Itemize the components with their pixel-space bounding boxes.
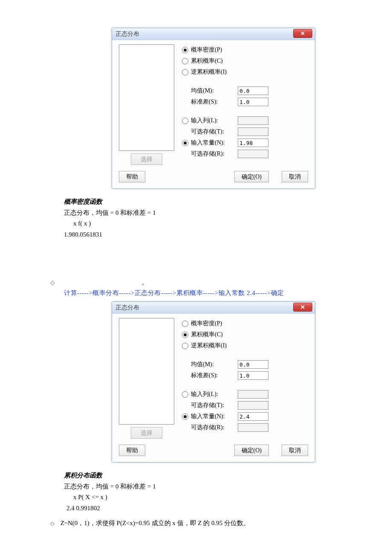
select-button: 选择 — [131, 427, 162, 439]
input-const-row[interactable]: 输入常量(N): — [182, 411, 308, 422]
std-row: 标准差(S): — [182, 370, 308, 381]
std-label: 标准差(S): — [191, 372, 238, 379]
radio-prob-density-row[interactable]: 概率密度(P) — [182, 318, 308, 329]
radio-input-col[interactable] — [182, 118, 188, 124]
close-icon: ✕ — [300, 304, 305, 310]
store-r-label: 可选存储(R): — [191, 150, 238, 158]
help-button[interactable]: 帮助 — [119, 445, 145, 456]
dialog-body: 选择 概率密度(P) 累积概率(C) 逆累积概率(I) 均值(M): — [112, 314, 315, 441]
normal-distribution-dialog-2: 正态分布 ✕ 选择 概率密度(P) 累积概率(C) 逆累积概率(I) — [112, 301, 315, 462]
radio-inverse[interactable] — [182, 343, 188, 349]
store-r-label: 可选存储(R): — [191, 424, 238, 431]
cancel-button[interactable]: 取消 — [282, 171, 308, 182]
right-column: 概率密度(P) 累积概率(C) 逆累积概率(I) 均值(M): 标准差(S): — [174, 318, 308, 439]
dialog-footer: 帮助 确定(O) 取消 — [112, 168, 315, 188]
input-col-input — [238, 390, 268, 399]
radio-cumulative-row[interactable]: 累积概率(C) — [182, 329, 308, 340]
mean-input[interactable] — [238, 87, 268, 95]
store-r-row: 可选存储(R): — [182, 148, 308, 159]
bullet-row: ◇ 。 — [50, 278, 392, 286]
titlebar[interactable]: 正态分布 ✕ — [112, 302, 315, 314]
input-const-input[interactable] — [238, 139, 268, 147]
dialog-body: 选择 概率密度(P) 累积概率(C) 逆累积概率(I) 均值(M): — [112, 40, 315, 168]
period: 。 — [141, 278, 148, 286]
radio-prob-density-label: 概率密度(P) — [191, 46, 222, 54]
left-column: 选择 — [119, 318, 174, 439]
diamond-icon: ◇ — [50, 279, 55, 286]
input-col-label: 输入列(L): — [191, 117, 238, 124]
left-column: 选择 — [119, 44, 174, 165]
output2-row: 2.4 0.991802 — [66, 503, 392, 514]
radio-inverse[interactable] — [182, 69, 188, 75]
store-t-input — [238, 127, 268, 136]
store-t-row: 可选存储(T): — [182, 400, 308, 411]
radio-cumulative-label: 累积概率(C) — [191, 57, 223, 65]
right-column: 概率密度(P) 累积概率(C) 逆累积概率(I) 均值(M): 标准差(S): — [174, 44, 308, 165]
store-t-input — [238, 401, 268, 410]
input-col-label: 输入列(L): — [191, 390, 238, 398]
output1-line1: 正态分布，均值 = 0 和标准差 = 1 — [64, 208, 392, 219]
dialog-footer: 帮助 确定(O) 取消 — [112, 441, 315, 462]
input-col-input — [238, 116, 268, 125]
variable-listbox[interactable] — [119, 44, 174, 151]
radio-cumulative[interactable] — [182, 58, 188, 64]
mean-label: 均值(M): — [191, 361, 238, 368]
dialog-title: 正态分布 — [115, 30, 139, 38]
ok-button[interactable]: 确定(O) — [234, 171, 269, 182]
normal-distribution-dialog-1: 正态分布 ✕ 选择 概率密度(P) 累积概率(C) 逆累积概率(I) — [112, 28, 315, 189]
radio-prob-density-label: 概率密度(P) — [191, 320, 222, 327]
radio-cumulative-row[interactable]: 累积概率(C) — [182, 55, 308, 66]
store-r-row: 可选存储(R): — [182, 422, 308, 433]
output2-title: 累积分布函数 — [64, 470, 392, 481]
blue-path: 计算----->概率分布----->正态分布----->累积概率----->输入… — [64, 289, 392, 297]
titlebar[interactable]: 正态分布 ✕ — [112, 28, 315, 40]
radio-prob-density[interactable] — [182, 321, 188, 327]
radio-input-col[interactable] — [182, 391, 188, 398]
mean-input[interactable] — [238, 360, 268, 369]
input-const-row[interactable]: 输入常量(N): — [182, 137, 308, 148]
radio-inverse-row[interactable]: 逆累积概率(I) — [182, 66, 308, 78]
radio-input-const[interactable] — [182, 413, 188, 420]
store-t-row: 可选存储(T): — [182, 126, 308, 137]
store-t-label: 可选存储(T): — [191, 402, 238, 409]
dialog-title: 正态分布 — [115, 304, 139, 312]
radio-cumulative[interactable] — [182, 332, 188, 338]
help-button[interactable]: 帮助 — [119, 171, 145, 182]
radio-prob-density-row[interactable]: 概率密度(P) — [182, 44, 308, 55]
std-row: 标准差(S): — [182, 96, 308, 107]
store-r-input — [238, 423, 268, 432]
mean-label: 均值(M): — [191, 87, 238, 95]
output1-header: x f( x ) — [73, 218, 392, 229]
std-input[interactable] — [238, 98, 268, 106]
note-row: ◇ Z~N(0，1)，求使得 P(Z<x)=0.95 成立的 x 值，即 Z 的… — [50, 518, 392, 529]
output2-header: x P( X <= x ) — [73, 492, 392, 503]
output1-title: 概率密度函数 — [64, 197, 392, 208]
input-const-input[interactable] — [238, 412, 268, 421]
select-button: 选择 — [131, 153, 162, 165]
note-text: Z~N(0，1)，求使得 P(Z<x)=0.95 成立的 x 值，即 Z 的 0… — [61, 520, 250, 526]
radio-inverse-row[interactable]: 逆累积概率(I) — [182, 340, 308, 351]
close-button[interactable]: ✕ — [293, 29, 312, 38]
output1-row: 1.980.0561831 — [64, 229, 392, 240]
std-label: 标准差(S): — [191, 98, 238, 106]
close-icon: ✕ — [300, 30, 305, 37]
output2-line1: 正态分布，均值 = 0 和标准差 = 1 — [64, 481, 392, 492]
input-const-label: 输入常量(N): — [191, 139, 238, 147]
variable-listbox[interactable] — [119, 318, 174, 425]
store-t-label: 可选存储(T): — [191, 128, 238, 136]
std-input[interactable] — [238, 371, 268, 380]
radio-inverse-label: 逆累积概率(I) — [191, 68, 227, 76]
cancel-button[interactable]: 取消 — [282, 445, 308, 456]
mean-row: 均值(M): — [182, 85, 308, 96]
radio-inverse-label: 逆累积概率(I) — [191, 342, 227, 350]
input-col-row[interactable]: 输入列(L): — [182, 115, 308, 126]
radio-input-const[interactable] — [182, 140, 188, 146]
ok-button[interactable]: 确定(O) — [234, 445, 269, 456]
radio-prob-density[interactable] — [182, 47, 188, 53]
store-r-input — [238, 150, 268, 158]
input-col-row[interactable]: 输入列(L): — [182, 389, 308, 400]
radio-cumulative-label: 累积概率(C) — [191, 331, 223, 338]
input-const-label: 输入常量(N): — [191, 413, 238, 420]
close-button[interactable]: ✕ — [293, 303, 312, 312]
output-2: 累积分布函数 正态分布，均值 = 0 和标准差 = 1 x P( X <= x … — [64, 470, 392, 514]
